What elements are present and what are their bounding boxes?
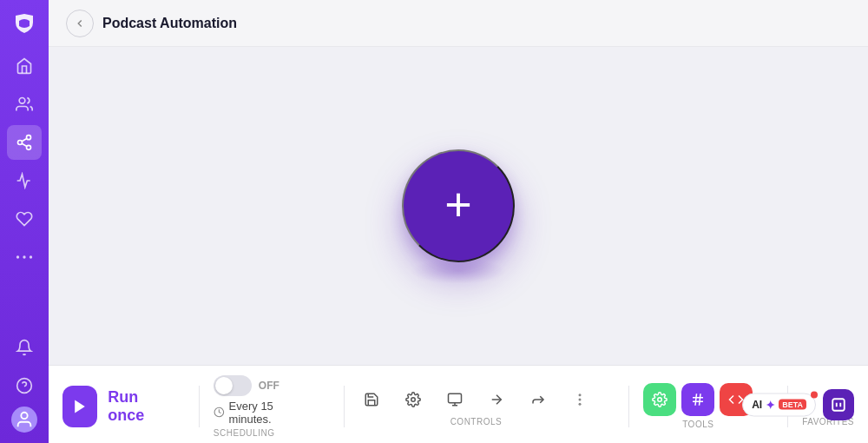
toggle-thumb bbox=[215, 377, 233, 394]
sidebar bbox=[0, 0, 49, 443]
svg-line-4 bbox=[22, 143, 27, 146]
page-title: Podcast Automation bbox=[102, 16, 237, 31]
notification-dot bbox=[811, 391, 818, 398]
header: Podcast Automation bbox=[49, 0, 868, 47]
svg-point-22 bbox=[658, 398, 662, 402]
ai-stars-icon: ✦ bbox=[766, 398, 775, 411]
run-once-button[interactable] bbox=[62, 386, 97, 427]
svg-point-3 bbox=[27, 145, 31, 149]
svg-point-11 bbox=[21, 413, 27, 419]
divider-1 bbox=[199, 386, 200, 427]
share-control-icon[interactable] bbox=[524, 386, 552, 413]
app-logo[interactable] bbox=[9, 7, 40, 38]
edit-control-icon[interactable] bbox=[483, 386, 510, 413]
svg-marker-12 bbox=[75, 400, 85, 413]
sidebar-item-home[interactable] bbox=[7, 49, 42, 83]
schedule-toggle[interactable] bbox=[214, 375, 252, 396]
add-step-button[interactable]: + bbox=[402, 149, 515, 262]
back-button[interactable] bbox=[66, 10, 94, 37]
svg-point-8 bbox=[30, 255, 32, 258]
svg-point-1 bbox=[27, 136, 31, 140]
tools-section: TOOLS bbox=[643, 383, 753, 429]
tools-label: TOOLS bbox=[682, 420, 713, 429]
schedule-frequency[interactable]: Every 15 minutes. bbox=[214, 400, 306, 426]
sidebar-item-help[interactable] bbox=[7, 368, 42, 403]
sidebar-item-more[interactable] bbox=[7, 240, 42, 274]
plus-icon: + bbox=[444, 181, 472, 228]
main-content: Podcast Automation + Run once bbox=[49, 0, 868, 443]
schedule-section: OFF Every 15 minutes. SCHEDULING bbox=[214, 375, 306, 438]
scheduling-label: SCHEDULING bbox=[214, 428, 275, 438]
tool-purple-button[interactable] bbox=[681, 383, 714, 416]
svg-rect-29 bbox=[832, 399, 845, 411]
svg-point-6 bbox=[16, 255, 19, 258]
save-control-icon[interactable] bbox=[358, 386, 385, 413]
button-shadow bbox=[411, 258, 506, 284]
ai-beta-badge[interactable]: AI ✦ BETA bbox=[742, 393, 816, 416]
toggle-off-label: OFF bbox=[259, 380, 279, 392]
monitor-control-icon[interactable] bbox=[441, 386, 469, 413]
svg-point-20 bbox=[579, 399, 582, 401]
controls-label: CONTROLS bbox=[450, 417, 503, 426]
schedule-text: Every 15 minutes. bbox=[229, 400, 306, 426]
help-button[interactable] bbox=[823, 389, 854, 420]
svg-point-2 bbox=[18, 141, 23, 145]
ai-label: AI bbox=[752, 399, 762, 411]
svg-line-26 bbox=[700, 393, 701, 406]
clock-icon bbox=[214, 406, 225, 419]
divider-3 bbox=[628, 386, 629, 427]
sidebar-item-notifications[interactable] bbox=[7, 330, 42, 365]
settings-control-icon[interactable] bbox=[399, 386, 427, 413]
sidebar-item-puzzle[interactable] bbox=[7, 163, 42, 198]
run-once-label: Run once bbox=[108, 388, 168, 425]
run-section: Run once bbox=[62, 386, 168, 427]
sidebar-item-users[interactable] bbox=[7, 87, 42, 122]
more-control-icon[interactable] bbox=[566, 386, 594, 413]
bottom-toolbar: Run once OFF Every 15 minutes. SCHEDULIN… bbox=[49, 365, 868, 443]
svg-line-25 bbox=[695, 393, 697, 406]
sidebar-item-share[interactable] bbox=[7, 125, 42, 160]
tool-green-button[interactable] bbox=[643, 383, 676, 416]
svg-point-0 bbox=[19, 98, 25, 104]
canvas-area: + bbox=[49, 47, 868, 365]
svg-rect-15 bbox=[449, 393, 462, 403]
svg-point-14 bbox=[411, 398, 416, 402]
beta-badge: BETA bbox=[779, 400, 806, 410]
divider-2 bbox=[344, 386, 345, 427]
avatar[interactable] bbox=[11, 407, 37, 433]
svg-point-21 bbox=[579, 403, 582, 406]
svg-line-5 bbox=[22, 138, 27, 141]
svg-point-7 bbox=[23, 255, 25, 258]
controls-section: CONTROLS bbox=[358, 386, 594, 426]
svg-point-19 bbox=[579, 393, 582, 396]
sidebar-item-cloud[interactable] bbox=[7, 202, 42, 236]
